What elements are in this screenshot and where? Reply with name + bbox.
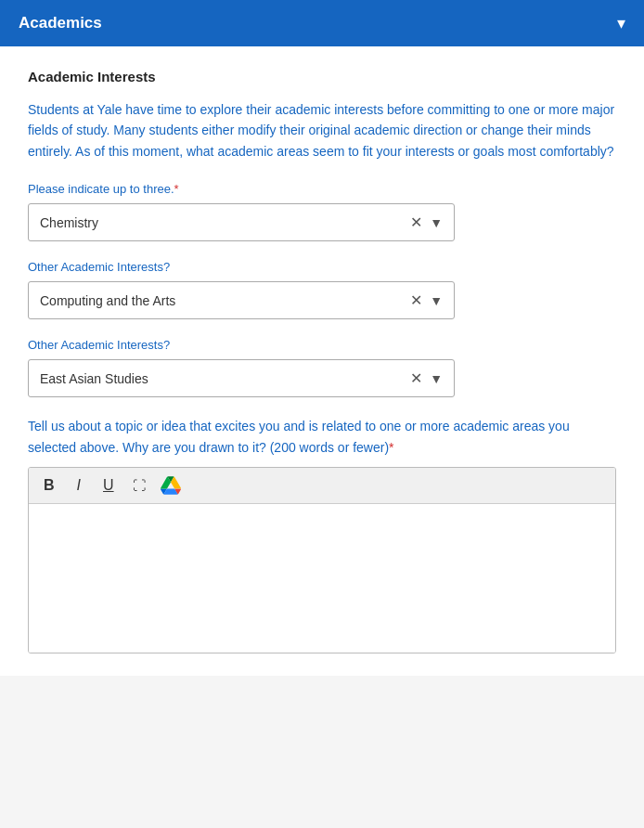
- computing-arts-dropdown-icon[interactable]: ▼: [430, 293, 443, 308]
- computing-arts-value: Computing and the Arts: [40, 293, 410, 308]
- field3-label: Other Academic Interests?: [28, 338, 616, 352]
- section-header[interactable]: Academics ▾: [0, 0, 644, 46]
- essay-label: Tell us about a topic or idea that excit…: [28, 416, 616, 458]
- required-indicator-1: *: [174, 182, 179, 196]
- field2-label: Other Academic Interests?: [28, 260, 616, 274]
- editor-toolbar: B I U ⛶: [29, 468, 615, 504]
- computing-arts-select[interactable]: Computing and the Arts ✕ ▼: [28, 281, 455, 319]
- rich-text-editor[interactable]: B I U ⛶: [28, 467, 616, 653]
- expand-icon[interactable]: ⛶: [133, 478, 146, 493]
- east-asian-value: East Asian Studies: [40, 371, 410, 386]
- chevron-down-icon: ▾: [617, 13, 625, 33]
- italic-button[interactable]: I: [73, 476, 84, 495]
- google-drive-icon[interactable]: [161, 475, 181, 496]
- header-title: Academics: [19, 14, 102, 32]
- intro-text: Students at Yale have time to explore th…: [28, 99, 616, 162]
- chemistry-dropdown-icon[interactable]: ▼: [430, 215, 443, 230]
- east-asian-clear-icon[interactable]: ✕: [410, 369, 422, 387]
- chemistry-select[interactable]: Chemistry ✕ ▼: [28, 203, 455, 241]
- bold-button[interactable]: B: [40, 476, 58, 495]
- east-asian-select[interactable]: East Asian Studies ✕ ▼: [28, 359, 455, 397]
- underline-button[interactable]: U: [99, 476, 118, 495]
- essay-section: Tell us about a topic or idea that excit…: [28, 416, 616, 653]
- east-asian-dropdown-icon[interactable]: ▼: [430, 371, 443, 386]
- essay-required-indicator: *: [389, 440, 393, 455]
- content-area: Academic Interests Students at Yale have…: [0, 46, 644, 676]
- chemistry-value: Chemistry: [40, 215, 410, 230]
- computing-arts-clear-icon[interactable]: ✕: [410, 291, 422, 309]
- section-title: Academic Interests: [28, 69, 616, 84]
- chemistry-clear-icon[interactable]: ✕: [410, 213, 422, 231]
- field1-label: Please indicate up to three.*: [28, 182, 616, 196]
- essay-textarea[interactable]: [29, 504, 615, 653]
